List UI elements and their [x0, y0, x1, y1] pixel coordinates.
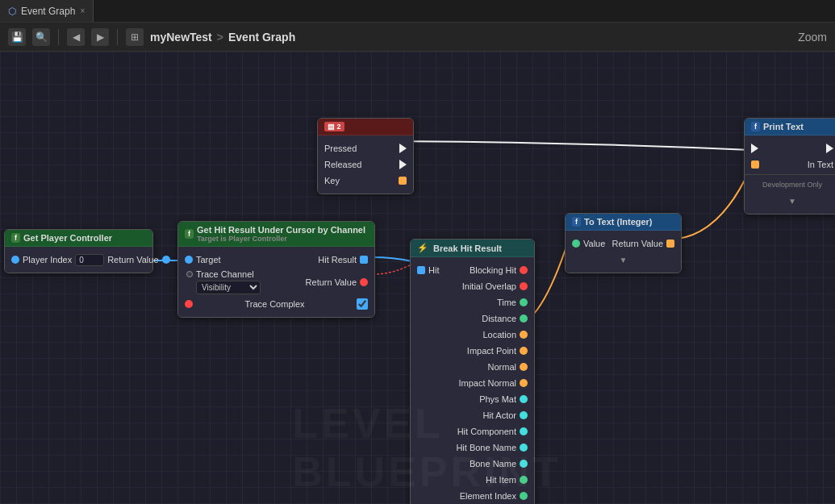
element-index-pin[interactable]: [520, 492, 528, 500]
player-index-label: Player Index: [23, 255, 72, 264]
hit-label: Hit: [428, 265, 439, 275]
target-left: Target: [185, 255, 221, 264]
print-devonly-row: Development Only: [745, 177, 835, 193]
graph-canvas[interactable]: ▤ 2 Pressed Released Key f Print Text: [0, 52, 835, 504]
print-intext-label: In Text: [808, 160, 833, 169]
input-event-badge: ▤ 2: [324, 122, 344, 131]
hit-actor-label: Hit Actor: [482, 410, 516, 420]
trace-channel-pin[interactable]: [186, 271, 193, 277]
print-sep: [745, 174, 835, 175]
print-text-func-icon: f: [751, 122, 760, 131]
get-hit-return-label: Return Value: [306, 277, 357, 287]
to-text-value-row: Value Return Value: [566, 235, 681, 252]
impact-point-pin[interactable]: [520, 347, 528, 355]
player-index-pin[interactable]: [11, 256, 19, 264]
normal-pin[interactable]: [520, 363, 528, 371]
tab-icon: ⬡: [8, 6, 16, 17]
bone-name-pin[interactable]: [520, 460, 528, 468]
get-hit-subtitle: Target is Player Controller: [197, 235, 365, 243]
hit-bone-name-label: Hit Bone Name: [456, 443, 516, 452]
get-player-header: f Get Player Controller: [5, 230, 152, 247]
print-text-title: Print Text: [763, 122, 804, 131]
to-text-return-label: Return Value: [612, 239, 663, 248]
hit-actor-pin[interactable]: [520, 411, 528, 419]
breadcrumb-project[interactable]: myNewTest: [150, 31, 212, 44]
print-intext-row: In Text: [745, 156, 835, 173]
input-event-node: ▤ 2 Pressed Released Key: [317, 118, 414, 194]
key-pin[interactable]: [399, 177, 407, 185]
breadcrumb-sep: >: [217, 31, 223, 44]
return-value-row: Return Value: [306, 277, 368, 287]
input-released-row: Released: [318, 156, 413, 173]
get-player-title: Get Player Controller: [23, 233, 112, 243]
return-value-right: Return Value: [612, 239, 674, 248]
browse-icon[interactable]: 🔍: [32, 28, 50, 46]
save-icon[interactable]: 💾: [8, 28, 26, 46]
pressed-exec-pin[interactable]: [399, 144, 407, 153]
key-label: Key: [324, 176, 340, 185]
event-graph-tab[interactable]: ⬡ Event Graph ×: [0, 0, 94, 22]
print-devonly-chevron: ▼: [745, 193, 835, 209]
bone-name-label: Bone Name: [470, 459, 516, 469]
get-hit-header: f Get Hit Result Under Cursor by Channel…: [178, 222, 374, 247]
value-pin[interactable]: [572, 240, 580, 248]
impact-point-label: Impact Point: [467, 346, 516, 356]
initial-overlap-row: Initial Overlap: [411, 278, 534, 294]
hit-item-pin[interactable]: [520, 476, 528, 484]
hit-item-label: Hit Item: [486, 475, 516, 485]
to-text-header: f To Text (Integer): [566, 214, 681, 231]
hit-component-pin[interactable]: [520, 427, 528, 435]
time-pin[interactable]: [520, 298, 528, 306]
forward-button[interactable]: ▶: [91, 28, 109, 46]
trace-complex-pin[interactable]: [185, 300, 193, 308]
trace-return-row: Trace Channel Visibility Camera Return V…: [178, 268, 374, 296]
hit-pin-row: Hit Blocking Hit: [411, 262, 534, 278]
to-text-return-pin[interactable]: [666, 240, 674, 248]
normal-row: Normal: [411, 359, 534, 375]
blocking-hit-right: Blocking Hit: [470, 265, 528, 275]
get-hit-result-node: f Get Hit Result Under Cursor by Channel…: [177, 221, 375, 318]
blocking-hit-label: Blocking Hit: [470, 265, 516, 275]
print-exec-out-pin[interactable]: [826, 144, 833, 153]
break-hit-title: Break Hit Result: [433, 244, 502, 253]
to-text-integer-node: f To Text (Integer) Value Return Value ▼: [565, 213, 682, 273]
released-exec-pin[interactable]: [399, 160, 407, 169]
get-hit-return-pin[interactable]: [360, 278, 368, 286]
tab-title: Event Graph: [21, 6, 75, 17]
hit-result-pin[interactable]: [360, 256, 368, 264]
trace-channel-select[interactable]: Visibility Camera: [196, 281, 261, 294]
player-index-input[interactable]: [75, 254, 104, 266]
phys-mat-pin[interactable]: [520, 395, 528, 403]
breadcrumb-graph[interactable]: Event Graph: [228, 31, 295, 44]
grid-button[interactable]: ⊞: [126, 28, 144, 46]
print-exec-in-pin[interactable]: [751, 144, 758, 153]
trace-complex-checkbox[interactable]: [357, 298, 368, 310]
to-text-chevron-row: ▼: [566, 252, 681, 268]
player-index-row: Player Index Return Value: [5, 252, 152, 268]
close-tab-button[interactable]: ×: [80, 6, 85, 15]
return-value-pin[interactable]: [162, 256, 170, 264]
distance-row: Distance: [411, 310, 534, 327]
location-pin[interactable]: [520, 331, 528, 339]
back-button[interactable]: ◀: [67, 28, 85, 46]
value-label: Value: [583, 239, 605, 248]
trace-channel-label: Trace Channel: [196, 269, 254, 279]
hit-pin[interactable]: [417, 266, 425, 274]
initial-overlap-pin[interactable]: [520, 282, 528, 290]
hit-result-right: Hit Result: [318, 255, 368, 264]
print-intext-pin[interactable]: [751, 160, 759, 169]
time-row: Time: [411, 294, 534, 310]
location-row: Location: [411, 327, 534, 343]
break-hit-body: Hit Blocking Hit Initial Overlap Time Di…: [411, 257, 534, 504]
hit-bone-name-pin[interactable]: [520, 444, 528, 452]
impact-normal-pin[interactable]: [520, 379, 528, 387]
input-event-header: ▤ 2: [318, 119, 413, 135]
released-label: Released: [324, 160, 361, 169]
location-label: Location: [482, 330, 516, 339]
pressed-label: Pressed: [324, 144, 357, 153]
trace-channel-select-wrap: Visibility Camera: [196, 281, 261, 294]
distance-pin[interactable]: [520, 314, 528, 323]
blocking-hit-pin[interactable]: [520, 266, 528, 274]
print-exec-row: [745, 140, 835, 156]
target-pin[interactable]: [185, 256, 193, 264]
